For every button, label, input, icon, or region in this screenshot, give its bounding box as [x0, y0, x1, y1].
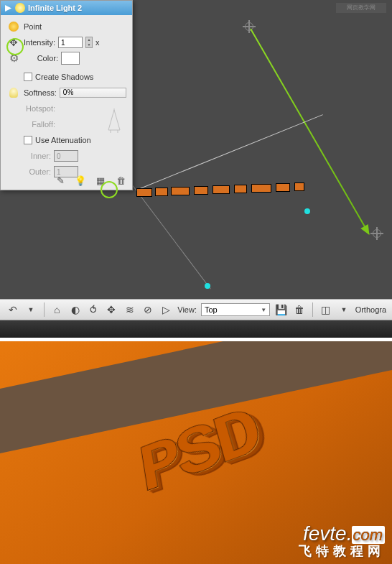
zoom-icon[interactable]: ⊘ [141, 302, 155, 318]
orbit-icon[interactable]: ◐ [68, 302, 82, 318]
footer-grid-icon[interactable]: ▦ [93, 174, 108, 187]
view-dropdown-value: Top [205, 305, 218, 314]
create-shadows-label: Create Shadows [35, 73, 93, 81]
save-icon[interactable]: 💾 [274, 302, 288, 318]
brand-subtitle: 飞特教程网 [299, 542, 385, 560]
create-shadows-checkbox[interactable] [24, 73, 32, 81]
brand-name: fevte [303, 522, 347, 545]
roll-icon[interactable]: ⥀ [86, 302, 100, 318]
use-attenuation-checkbox[interactable] [24, 136, 32, 144]
sun-icon [6, 19, 21, 34]
inner-label: Inner: [24, 152, 51, 160]
light-origin-marker[interactable] [243, 20, 256, 33]
dropdown-arrow-icon[interactable]: ▼ [24, 302, 37, 318]
handle-dot-2[interactable] [205, 283, 210, 289]
wireframe-psd [136, 181, 309, 203]
cube-icon[interactable]: ◫ [319, 302, 332, 318]
softness-slider[interactable]: 0% [60, 88, 126, 98]
view-dropdown[interactable]: Top ▼ [201, 303, 270, 316]
footer-logo: fevte.com 飞特教程网 [299, 522, 385, 560]
use-attenuation-label: Use Attenuation [35, 136, 91, 144]
intensity-input[interactable] [58, 37, 83, 48]
viewport-3d[interactable]: 网页教学网 Infinite Light 2 Po [0, 0, 392, 308]
footer-bulb-icon[interactable]: 💡 [73, 174, 88, 187]
chevron-down-icon: ▼ [261, 307, 266, 313]
inner-input [54, 150, 78, 162]
hotspot-label: Hotspot: [24, 104, 55, 113]
softness-label: Softness: [24, 88, 57, 97]
footer-eyedropper-icon[interactable]: ✎ [53, 174, 67, 187]
return-icon[interactable]: ↶ [6, 302, 19, 318]
render-preview: PSD fevte.com 飞特教程网 [0, 341, 392, 564]
camera-icon[interactable]: ▷ [159, 302, 173, 318]
watermark-top: 网页教学网 [336, 3, 386, 13]
intensity-stepper[interactable]: ▲▼ [85, 37, 93, 48]
walk-icon[interactable]: ≋ [123, 302, 136, 318]
svg-marker-0 [5, 5, 11, 11]
ortho-label: Orthogra [355, 305, 386, 314]
panel-titlebar[interactable]: Infinite Light 2 [1, 1, 132, 15]
view-label: View: [177, 305, 197, 314]
handle-dot-1[interactable] [304, 208, 310, 214]
delete-icon[interactable]: 🗑 [293, 302, 307, 318]
falloff-label: Falloff: [24, 120, 55, 129]
light-target-marker[interactable] [370, 227, 383, 240]
move-icon[interactable]: ✥ [6, 35, 21, 50]
dropdown-arrow-icon-2[interactable]: ▼ [337, 302, 350, 318]
dark-strip [0, 320, 392, 338]
bulb-icon [6, 85, 21, 100]
point-section-label: Point [24, 22, 42, 31]
bottom-toolbar: ↶ ▼ ⌂ ◐ ⥀ ✥ ≋ ⊘ ▷ View: Top ▼ 💾 🗑 ◫ ▼ Or… [0, 299, 392, 320]
brand-tld: com [352, 526, 385, 544]
gear-icon[interactable]: ⚙ [6, 51, 21, 65]
light-properties-panel: Infinite Light 2 Point ✥ Intensity: ▲▼ x… [0, 0, 133, 190]
footer-trash-icon[interactable]: 🗑 [113, 174, 128, 187]
light-icon [15, 3, 25, 13]
color-swatch[interactable] [61, 52, 80, 65]
color-label: Color: [24, 54, 58, 63]
home-icon[interactable]: ⌂ [50, 302, 64, 318]
outer-label: Outer: [24, 167, 51, 176]
pan-icon[interactable]: ✥ [105, 302, 118, 318]
panel-title-text: Infinite Light 2 [28, 4, 82, 12]
intensity-label: Intensity: [24, 38, 55, 47]
expand-icon[interactable] [4, 4, 12, 12]
guide-line-1 [136, 114, 323, 190]
light-direction-arrow [250, 29, 370, 235]
intensity-suffix: x [95, 38, 100, 47]
light-cone-icon [106, 108, 122, 133]
